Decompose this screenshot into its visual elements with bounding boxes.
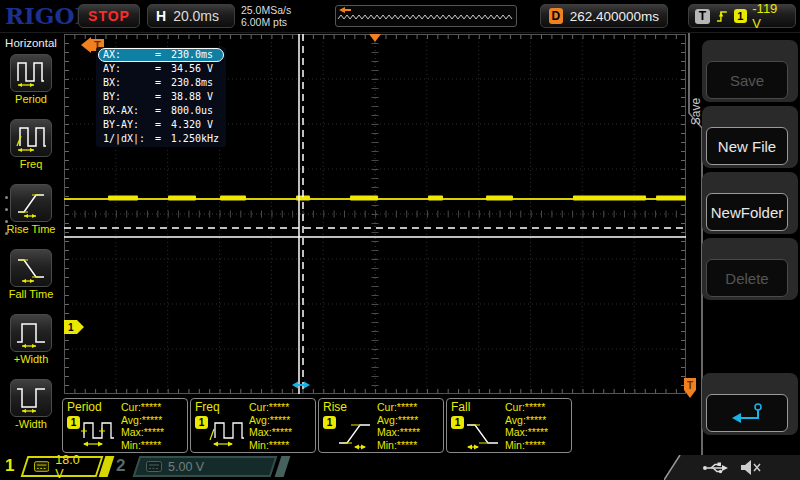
rise-time-icon[interactable] (10, 184, 52, 222)
status-bar: RIGOL STOP H 20.0ms 25.0MSa/s 6.00M pts … (0, 0, 800, 33)
channel-1-scale: 18.0 V (55, 453, 90, 480)
menu-item-freq[interactable]: Freq (0, 119, 62, 170)
svg-text:T: T (687, 380, 693, 391)
svg-text:1: 1 (68, 322, 74, 333)
channel-2-box: 5.00 V (133, 456, 278, 477)
freq-glyph-icon (208, 416, 246, 450)
preview-waveform-icon (336, 6, 516, 26)
menu-slot-3: NewFolder (702, 172, 798, 234)
cursor-move-handle-icon[interactable] (292, 382, 310, 389)
new-file-button[interactable]: New File (706, 127, 788, 165)
dc-coupling-icon (146, 461, 162, 472)
menu-item-rise-time[interactable]: Rise Time (0, 184, 62, 235)
left-measure-menu: Horizontal Period Freq (0, 33, 62, 455)
horizontal-position-marker[interactable] (369, 34, 381, 42)
trigger-slope-icon (715, 8, 729, 24)
trigger-level-value: -119 V (752, 1, 789, 31)
measure-box-rise: Rise 1 Cur:***** Avg:***** Max:***** Min… (318, 398, 444, 453)
channel-badge: 1 (195, 416, 208, 429)
timebase-label: H (156, 8, 166, 24)
acquisition-info: 25.0MSa/s 6.00M pts (241, 4, 291, 28)
channel-2-scale: 5.00 V (168, 460, 204, 474)
trigger-readout: T 1 -119 V (688, 4, 796, 28)
pos-width-icon[interactable] (10, 314, 52, 352)
channel-badge: 1 (323, 416, 336, 429)
delete-button[interactable]: Delete (706, 259, 788, 297)
channel-badge: 1 (451, 416, 464, 429)
trace-ch1 (64, 196, 686, 201)
measure-box-fall: Fall 1 Cur:***** Avg:***** Max:***** Min… (446, 398, 572, 453)
fall-time-icon[interactable] (10, 249, 52, 287)
run-state-label: STOP (88, 8, 130, 24)
channel-badge: 1 (67, 416, 80, 429)
cursor-readout-panel: AX:=230.0ms AY:=34.56 V BX:=230.8ms BY:=… (96, 47, 226, 147)
fall-glyph-icon (464, 416, 502, 450)
save-menu-tab: Save (689, 90, 702, 134)
menu-slot-4: Delete (702, 238, 798, 300)
new-folder-button[interactable]: NewFolder (706, 193, 788, 231)
menu-scroll-indicator (5, 196, 8, 244)
measure-box-period: Period 1 Cur:***** Avg:***** Max:***** M… (62, 398, 188, 453)
menu-item-pos-width[interactable]: +Width (0, 314, 62, 365)
cursor-row-ax: AX:=230.0ms (98, 48, 224, 62)
waveform-preview (335, 5, 517, 27)
freq-icon[interactable] (10, 119, 52, 157)
measure-box-freq: Freq 1 Cur:***** Avg:***** Max:***** Min… (190, 398, 316, 453)
system-icons-area (664, 455, 800, 480)
measurement-row: Period 1 Cur:***** Avg:***** Max:***** M… (0, 397, 800, 455)
channel-bar: 1 18.0 V 2 (0, 455, 800, 480)
run-state-badge: STOP (78, 4, 140, 28)
rise-glyph-icon (336, 416, 374, 450)
delay-readout: D 262.400000ms (540, 4, 668, 28)
trigger-source-badge: 1 (734, 9, 748, 23)
cursor-row-by: BY:=38.88 V (98, 90, 224, 104)
cursor-row-bx-ax: BX-AX:=800.0us (98, 104, 224, 118)
measure-stats: Cur:***** Avg:***** Max:***** Min:***** (249, 401, 292, 451)
save-button[interactable]: Save (706, 61, 788, 99)
trigger-label: T (695, 9, 710, 24)
cursor-row-by-ay: BY-AY:=4.320 V (98, 118, 224, 132)
measure-stats: Cur:***** Avg:***** Max:***** Min:***** (377, 401, 420, 451)
menu-slot-1: Save (702, 40, 798, 102)
channel1-ground-marker[interactable]: 1 (64, 320, 84, 334)
menu-item-period[interactable]: Period (0, 54, 62, 105)
cursor-row-bx: BX:=230.8ms (98, 76, 224, 90)
oscilloscope-screen: RIGOL STOP H 20.0ms 25.0MSa/s 6.00M pts … (0, 0, 800, 480)
save-menu-panel: Save Save New File NewFolder Delete (688, 33, 800, 455)
channel-2-slash (275, 456, 291, 477)
menu-slot-2: New File (702, 106, 798, 168)
menu-item-fall-time[interactable]: Fall Time (0, 249, 62, 300)
channel-2-number: 2 (116, 456, 125, 476)
dc-coupling-icon (34, 461, 49, 472)
period-glyph-icon (80, 416, 118, 450)
timebase-box: H 20.0ms (147, 4, 235, 28)
trigger-level-offscreen-icon: T (683, 377, 697, 403)
cursor-row-ay: AY:=34.56 V (98, 62, 224, 76)
period-icon[interactable] (10, 54, 52, 92)
delay-value: 262.400000ms (570, 9, 659, 24)
channel-1-number: 1 (5, 456, 14, 476)
measure-stats: Cur:***** Avg:***** Max:***** Min:***** (121, 401, 164, 451)
left-menu-title: Horizontal (0, 37, 62, 49)
memory-depth: 6.00M pts (241, 16, 291, 28)
delay-label: D (549, 8, 563, 24)
timebase-value: 20.0ms (173, 8, 219, 24)
preview-trigger-offscreen-icon (339, 7, 351, 13)
measure-stats: Cur:***** Avg:***** Max:***** Min:***** (505, 401, 548, 451)
channel-1-box: 18.0 V (21, 456, 104, 477)
cursor-row-inv-dx: 1/|dX|:=1.250kHz (98, 132, 224, 146)
sample-rate: 25.0MSa/s (241, 4, 291, 16)
